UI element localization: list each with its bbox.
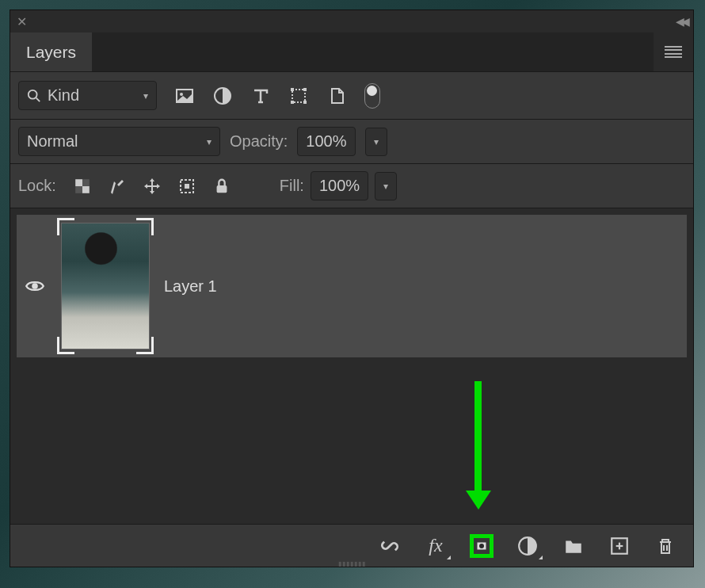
link-layers-button[interactable] <box>378 534 402 558</box>
layer-list: Layer 1 <box>10 208 693 524</box>
add-layer-button[interactable] <box>608 534 631 558</box>
chevron-down-icon: ▾ <box>143 90 148 101</box>
add-mask-button[interactable] <box>470 534 494 558</box>
chevron-down-icon: ▾ <box>207 136 212 147</box>
menu-icon <box>665 46 682 59</box>
fill-input[interactable]: 100% <box>311 171 368 200</box>
svg-rect-8 <box>291 101 294 104</box>
mask-icon <box>477 537 486 555</box>
collapse-panel-icon[interactable]: ◀◀ <box>676 15 687 28</box>
svg-rect-11 <box>82 186 90 193</box>
link-icon <box>379 536 400 556</box>
svg-point-19 <box>479 544 484 548</box>
layer-row[interactable]: Layer 1 <box>17 215 687 357</box>
filter-kind-label: Kind <box>48 86 79 105</box>
svg-line-1 <box>36 97 40 101</box>
panel-titlebar: ✕ ◀◀ <box>10 10 693 32</box>
tab-layers[interactable]: Layers <box>10 32 92 71</box>
filter-pixel-icon[interactable] <box>174 86 195 106</box>
svg-rect-5 <box>292 90 305 102</box>
layer-style-button[interactable]: fx <box>424 534 448 558</box>
blend-mode-value: Normal <box>27 132 78 151</box>
svg-point-17 <box>32 283 38 289</box>
lock-transparency-icon[interactable] <box>72 176 93 197</box>
filter-adjustment-icon[interactable] <box>212 86 233 106</box>
svg-rect-12 <box>82 179 90 186</box>
opacity-input[interactable]: 100% <box>297 127 355 156</box>
opacity-dropdown-button[interactable]: ▾ <box>365 128 387 156</box>
thumbnail-image <box>61 223 150 349</box>
filter-row: Kind ▾ <box>10 72 693 120</box>
svg-rect-15 <box>185 184 189 189</box>
layer-thumbnail[interactable] <box>58 219 153 353</box>
svg-rect-13 <box>75 186 82 193</box>
delete-layer-button[interactable] <box>654 534 677 558</box>
add-adjustment-button[interactable] <box>516 534 539 558</box>
lock-artboard-icon[interactable] <box>177 176 197 197</box>
filter-type-icon[interactable] <box>250 86 271 106</box>
filter-toggle[interactable] <box>364 83 380 109</box>
lock-label: Lock: <box>18 177 56 195</box>
resize-handle[interactable]: ▮▮▮▮▮▮▮ <box>328 560 375 567</box>
filter-kind-select[interactable]: Kind ▾ <box>18 81 157 110</box>
lock-row: Lock: Fill: 100% ▾ <box>10 164 693 208</box>
dropdown-corner-icon <box>447 556 451 559</box>
layer-name-label: Layer 1 <box>164 277 217 296</box>
filter-smartobject-icon[interactable] <box>326 86 347 106</box>
filter-shape-icon[interactable] <box>288 86 309 106</box>
close-icon[interactable]: ✕ <box>17 14 27 29</box>
opacity-label: Opacity: <box>230 132 288 151</box>
fill-value: 100% <box>319 177 360 195</box>
tab-label: Layers <box>26 43 76 62</box>
svg-rect-16 <box>216 185 227 193</box>
opacity-value: 100% <box>306 132 346 151</box>
panel-menu-button[interactable] <box>654 32 693 71</box>
layers-panel: ✕ ◀◀ Layers Kind ▾ <box>10 10 694 567</box>
svg-rect-7 <box>303 88 307 91</box>
blend-row: Normal ▾ Opacity: 100% ▾ <box>10 120 693 164</box>
fill-dropdown-button[interactable]: ▾ <box>375 172 397 200</box>
fill-label: Fill: <box>280 177 304 195</box>
new-layer-icon <box>609 536 630 556</box>
svg-rect-10 <box>75 179 82 186</box>
eye-icon <box>25 276 45 296</box>
lock-pixels-icon[interactable] <box>107 176 128 197</box>
folder-icon <box>563 536 584 556</box>
svg-rect-6 <box>291 88 294 91</box>
search-icon <box>27 89 41 103</box>
toggle-dot-icon <box>367 86 377 96</box>
svg-point-3 <box>180 93 183 96</box>
visibility-toggle[interactable] <box>23 276 47 296</box>
blend-mode-select[interactable]: Normal ▾ <box>18 127 220 156</box>
fx-icon: fx <box>429 535 442 556</box>
add-group-button[interactable] <box>562 534 585 558</box>
lock-all-icon[interactable] <box>212 176 232 197</box>
adjustment-icon <box>517 536 538 556</box>
tab-empty-area <box>92 32 654 71</box>
trash-icon <box>656 536 675 556</box>
svg-point-0 <box>29 90 37 98</box>
dropdown-corner-icon <box>539 556 543 559</box>
svg-rect-9 <box>303 101 307 104</box>
lock-position-icon[interactable] <box>142 176 162 197</box>
tab-bar: Layers <box>10 32 693 72</box>
